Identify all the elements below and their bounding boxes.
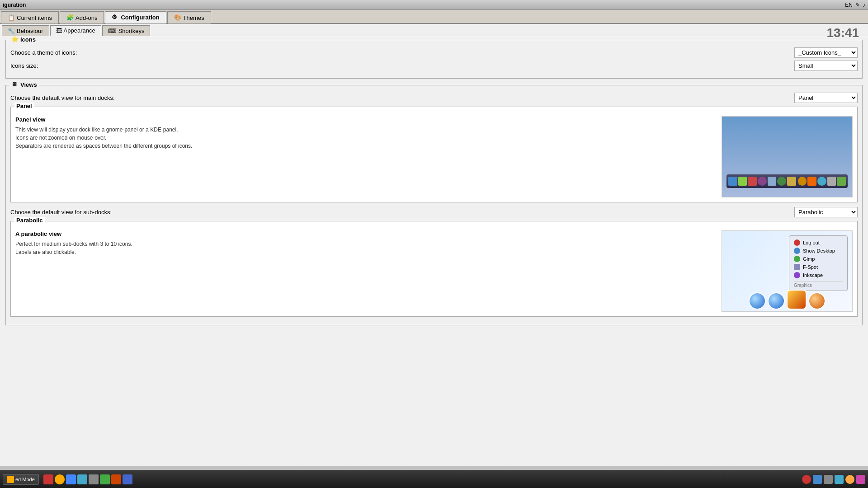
add-ons-icon: 🧩 [66,14,74,21]
menu-item-gimp-label: Gimp [803,256,815,262]
panel-heading: Panel view [15,116,717,123]
menu-item-show-desktop-label: Show Desktop [803,248,835,253]
tab-themes[interactable]: 🎨 Themes [167,11,211,23]
taskbar-icon-2[interactable] [55,474,65,484]
panel-icon-3 [748,177,757,186]
configuration-icon: ⚙ [112,14,119,21]
icons-legend-icon: ⭐ [11,36,19,43]
sub-tab-shortkeys-label: Shortkeys [118,28,145,34]
panel-desc-1: This view will display your dock like a … [15,126,717,134]
menu-item-show-desktop: Show Desktop [794,247,843,255]
tab-configuration-label: Configuration [121,14,159,21]
panel-desc-2: Icons are not zoomed on mouse-over. [15,134,717,142]
shortkeys-icon: ⌨ [108,28,117,34]
panel-icon-1 [728,177,737,186]
para-icon-1 [749,292,766,310]
icons-legend-label: Icons [20,36,36,43]
parabolic-desc-2: Labels are also clickable. [15,248,717,256]
tray-icon-4[interactable] [835,475,844,484]
tray-icon-1[interactable] [802,475,811,484]
sub-docks-label: Choose the default view for sub-docks: [10,209,794,216]
panel-icon-r3 [817,177,826,186]
main-docks-label: Choose the default view for main docks: [10,94,794,101]
tray-icon-2[interactable] [813,475,822,484]
parabolic-preview: Log out Show Desktop Gimp [722,230,853,312]
parabolic-preview-inner: Log out Show Desktop Gimp [722,231,852,311]
sub-view-select[interactable]: Parabolic Panel Icons only [794,207,858,217]
views-legend-icon: 🖥 [11,81,19,88]
parabolic-heading: A parabolic view [15,230,717,237]
menu-item-logout-label: Log out [803,240,820,245]
taskbar-icon-8[interactable] [123,474,132,484]
panel-icon-r2 [807,177,816,186]
icons-legend: ⭐ Icons [9,36,38,43]
taskbar-icon-5[interactable] [89,474,99,484]
panel-legend-label: Panel [16,103,32,109]
sub-tab-appearance[interactable]: 🖼 Appearance [50,25,101,36]
audio-icon[interactable]: ♪ [863,2,865,8]
panel-view-content: Panel view This view will display your d… [11,112,857,202]
menu-item-gimp: Gimp [794,255,843,263]
panel-icon-5 [768,177,777,186]
taskbar-icon-1[interactable] [43,474,53,484]
taskbar-icon-6[interactable] [100,474,110,484]
panel-icon-7 [787,177,796,186]
icons-theme-select[interactable]: _Custom Icons_ Default Tango Oxygen [794,47,858,58]
panel-preview-inner [722,117,852,197]
main-docks-row: Choose the default view for main docks: … [10,93,858,103]
inkscape-icon [794,272,800,278]
parabolic-view-content: A parabolic view Perfect for medium sub-… [11,226,857,316]
tray-icon-3[interactable] [824,475,833,484]
sub-tab-behaviour[interactable]: 🔧 Behaviour [2,25,49,36]
main-docks-control: Panel Icons only Parabolic [794,93,858,103]
tray-icon-5[interactable] [845,475,854,484]
views-legend-label: Views [20,81,37,88]
panel-icon-r4 [827,177,836,186]
menu-item-fspot-label: F-Spot [803,264,818,270]
panel-description: Panel view This view will display your d… [15,116,722,197]
main-content: ⭐ Icons Choose a theme of icons: _Custom… [0,36,868,466]
sub-tab-shortkeys[interactable]: ⌨ Shortkeys [102,25,151,36]
icons-size-select[interactable]: Small Medium Large [794,61,858,71]
appearance-icon: 🖼 [56,27,62,34]
parabolic-view-legend: Parabolic [14,217,45,224]
taskbar-icon-7[interactable] [111,474,121,484]
tray-icon-6[interactable] [856,475,865,484]
main-tabs: 📋 Current items 🧩 Add-ons ⚙ Configuratio… [0,10,868,24]
behaviour-icon: 🔧 [8,28,15,34]
panel-icon-2 [738,177,747,186]
tab-current-items-label: Current items [17,14,52,21]
tab-current-items[interactable]: 📋 Current items [1,11,59,23]
sub-docks-control: Parabolic Panel Icons only [794,207,858,217]
themes-icon: 🎨 [174,14,181,21]
lang-indicator[interactable]: EN [845,2,853,8]
taskbar: ed Mode [0,470,868,488]
logout-icon [794,239,800,246]
tab-add-ons-label: Add-ons [75,14,97,21]
taskbar-mode-btn[interactable]: ed Mode [3,474,39,485]
window-title: iguration [3,2,26,8]
parabolic-desc-1: Perfect for medium sub-docks with 3 to 1… [15,240,717,248]
tab-configuration[interactable]: ⚙ Configuration [105,11,166,23]
current-items-icon: 📋 [8,14,15,21]
para-icon-2 [768,292,785,310]
pencil-icon[interactable]: ✎ [855,2,860,8]
taskbar-right [802,475,865,484]
taskbar-mode-label: ed Mode [15,477,35,482]
tab-themes-label: Themes [183,14,204,21]
taskbar-icon-4[interactable] [77,474,87,484]
para-icon-4 [808,292,826,310]
panel-preview [722,116,853,197]
icons-section: ⭐ Icons Choose a theme of icons: _Custom… [5,40,863,79]
tab-add-ons[interactable]: 🧩 Add-ons [60,11,104,23]
show-desktop-icon [794,248,800,254]
sub-docks-row: Choose the default view for sub-docks: P… [10,207,858,217]
panel-icon-6 [777,177,786,186]
main-view-select[interactable]: Panel Icons only Parabolic [794,93,858,103]
sub-tab-behaviour-label: Behaviour [17,28,43,34]
panel-icon-r5 [837,177,846,186]
icons-theme-row: Choose a theme of icons: _Custom Icons_ … [10,47,858,58]
icons-theme-label: Choose a theme of icons: [10,49,794,56]
menu-item-logout: Log out [794,239,843,247]
taskbar-icon-3[interactable] [66,474,76,484]
